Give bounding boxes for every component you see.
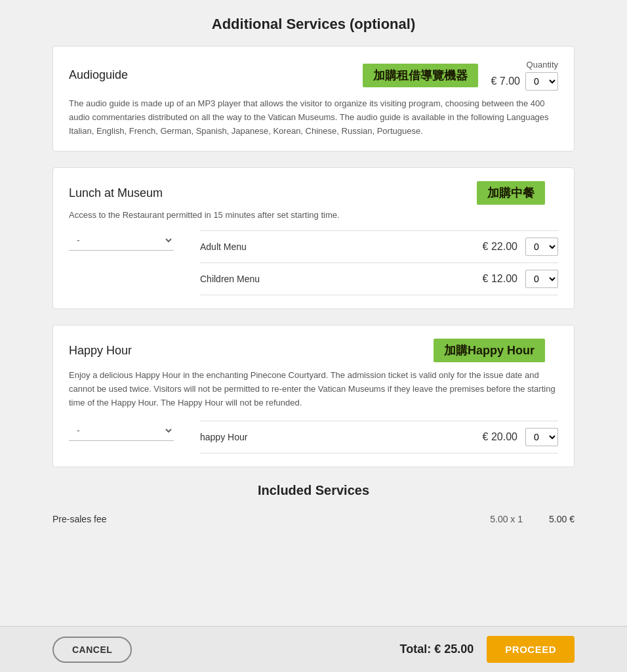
- audioguide-qty-select[interactable]: 0 1 2 3 4 5: [525, 72, 558, 91]
- lunch-badge: 加購中餐: [477, 181, 545, 205]
- included-services-row: Pre-sales fee 5.00 x 1 5.00 €: [52, 509, 575, 530]
- children-menu-row: Children Menu € 12.00 0 1 2 3: [200, 263, 558, 295]
- footer-bar: CANCEL Total: € 25.00 PROCEED: [0, 626, 627, 672]
- audioguide-badge: 加購租借導覽機器: [363, 64, 478, 87]
- audioguide-card: Audioguide 加購租借導覽機器 Quantity € 7.00 0 1 …: [52, 46, 575, 152]
- happy-hour-card: Happy Hour 加購Happy Hour Enjoy a deliciou…: [52, 325, 575, 467]
- total-label: Total: € 25.00: [400, 642, 474, 656]
- presales-fee-label: Pre-sales fee: [52, 514, 490, 524]
- happy-hour-badge: 加購Happy Hour: [434, 339, 545, 362]
- children-menu-name: Children Menu: [200, 274, 260, 284]
- cancel-button[interactable]: CANCEL: [52, 637, 132, 663]
- page-title: Additional Services (optional): [0, 0, 627, 46]
- included-services-section: Included Services Pre-sales fee 5.00 x 1…: [52, 483, 575, 530]
- happy-hour-description: Enjoy a delicious Happy Hour in the ench…: [69, 369, 558, 410]
- qty-label: Quantity: [527, 60, 558, 70]
- children-menu-price: € 12.00: [483, 273, 517, 285]
- happy-hour-date-select[interactable]: -: [69, 421, 174, 441]
- total-section: Total: € 25.00 PROCEED: [400, 636, 575, 663]
- happy-hour-item-row: happy Hour € 20.00 0 1 2 3: [200, 421, 558, 453]
- happy-hour-qty-select[interactable]: 0 1 2 3: [525, 428, 558, 446]
- adult-menu-price: € 22.00: [483, 241, 517, 253]
- adult-menu-row: Adult Menu € 22.00 0 1 2 3: [200, 231, 558, 263]
- adult-menu-name: Adult Menu: [200, 242, 247, 252]
- audioguide-title: Audioguide: [69, 68, 350, 82]
- lunch-title: Lunch at Museum: [69, 186, 464, 200]
- lunch-date-select[interactable]: -: [69, 230, 174, 251]
- lunch-card: Lunch at Museum 加購中餐 Access to the Resta…: [52, 167, 575, 309]
- audioguide-price: € 7.00: [491, 75, 520, 87]
- presales-fee-amount: 5.00 €: [549, 514, 575, 524]
- proceed-button[interactable]: PROCEED: [487, 636, 575, 663]
- lunch-subtitle: Access to the Restaurant permitted in 15…: [69, 210, 558, 220]
- happy-hour-item-name: happy Hour: [200, 432, 247, 442]
- happy-hour-item-price: € 20.00: [483, 431, 517, 443]
- adult-menu-qty-select[interactable]: 0 1 2 3: [525, 238, 558, 256]
- audioguide-description: The audio guide is made up of an MP3 pla…: [69, 97, 558, 138]
- presales-fee-qty: 5.00 x 1: [490, 514, 523, 524]
- happy-hour-title: Happy Hour: [69, 344, 420, 358]
- included-services-title: Included Services: [52, 483, 575, 498]
- children-menu-qty-select[interactable]: 0 1 2 3: [525, 270, 558, 288]
